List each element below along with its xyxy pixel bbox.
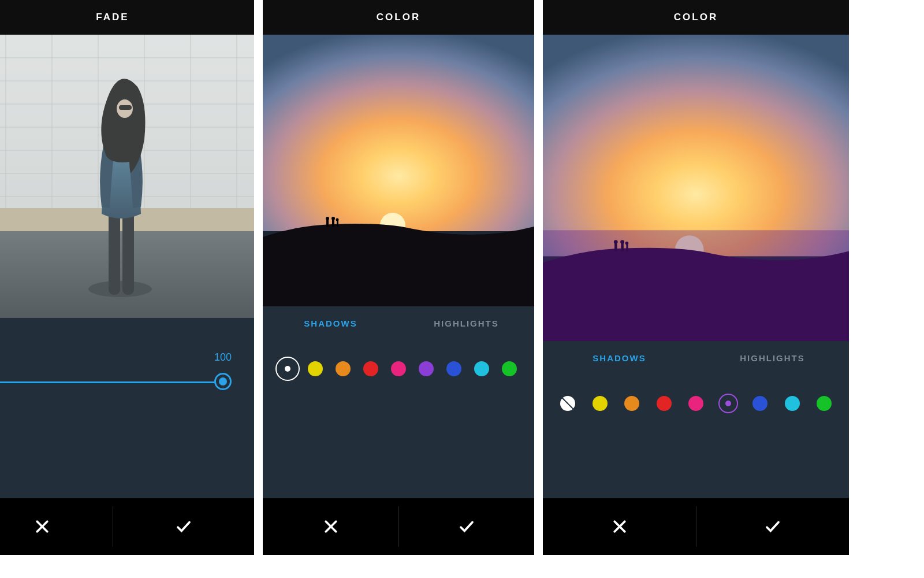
- close-icon: [33, 518, 51, 535]
- close-icon: [611, 518, 628, 535]
- color-controls: SHADOWS HIGHLIGHTS: [263, 306, 534, 498]
- fade-controls: 100: [0, 318, 254, 498]
- color-tabs: SHADOWS HIGHLIGHTS: [543, 341, 849, 375]
- swatch-none[interactable]: [280, 361, 295, 376]
- svg-rect-22: [263, 35, 534, 231]
- color-swatches: [263, 340, 534, 398]
- swatch-red[interactable]: [657, 396, 672, 411]
- svg-point-27: [331, 217, 335, 220]
- swatch-red[interactable]: [363, 361, 378, 376]
- action-bar: [543, 498, 849, 555]
- cancel-button[interactable]: [543, 498, 696, 555]
- swatch-blue[interactable]: [752, 396, 767, 411]
- svg-rect-21: [0, 35, 254, 318]
- cancel-button[interactable]: [0, 498, 113, 555]
- swatch-cyan[interactable]: [474, 361, 489, 376]
- swatch-purple[interactable]: [721, 396, 736, 411]
- svg-rect-38: [543, 230, 849, 341]
- title-text: FADE: [96, 12, 129, 23]
- swatch-green[interactable]: [817, 396, 832, 411]
- screenshot-stage: FADE: [0, 0, 924, 578]
- screen-fade: FADE: [0, 0, 254, 555]
- swatch-none[interactable]: [560, 396, 575, 411]
- tab-highlights[interactable]: HIGHLIGHTS: [696, 353, 849, 363]
- tab-shadows[interactable]: SHADOWS: [543, 353, 696, 363]
- preview-image-sunset: [263, 35, 534, 306]
- svg-rect-30: [543, 35, 849, 256]
- action-bar: [263, 498, 534, 555]
- tab-highlights[interactable]: HIGHLIGHTS: [398, 318, 534, 328]
- check-icon: [764, 518, 781, 535]
- slider-thumb[interactable]: [214, 373, 232, 390]
- action-bar: [0, 498, 254, 555]
- check-icon: [458, 518, 475, 535]
- preview-image-sunset-tinted: [543, 35, 849, 341]
- swatch-pink[interactable]: [688, 396, 703, 411]
- screen-title: FADE: [0, 0, 254, 35]
- title-text: COLOR: [377, 12, 420, 23]
- preview-image-fade: [0, 35, 254, 318]
- photo-preview: [0, 35, 254, 318]
- swatch-cyan[interactable]: [785, 396, 800, 411]
- confirm-button[interactable]: [696, 498, 849, 555]
- fade-slider[interactable]: 100: [0, 318, 254, 498]
- swatch-green[interactable]: [502, 361, 517, 376]
- swatch-yellow[interactable]: [593, 396, 608, 411]
- swatch-blue[interactable]: [446, 361, 461, 376]
- check-icon: [175, 518, 192, 535]
- screen-title: COLOR: [543, 0, 849, 35]
- slider-value-label: 100: [214, 351, 232, 364]
- swatch-orange[interactable]: [624, 396, 639, 411]
- confirm-button[interactable]: [398, 498, 534, 555]
- close-icon: [322, 518, 340, 535]
- photo-preview: [543, 35, 849, 341]
- cancel-button[interactable]: [263, 498, 398, 555]
- swatch-orange[interactable]: [336, 361, 351, 376]
- color-controls: SHADOWS HIGHLIGHTS: [543, 341, 849, 498]
- svg-rect-24: [326, 220, 329, 227]
- screen-color-purple: COLOR: [543, 0, 849, 555]
- screen-title: COLOR: [263, 0, 534, 35]
- slider-track: [0, 381, 223, 383]
- photo-preview: [263, 35, 534, 306]
- svg-rect-26: [332, 220, 334, 227]
- screen-color-none: COLOR: [263, 0, 534, 555]
- confirm-button[interactable]: [113, 498, 254, 555]
- swatch-yellow[interactable]: [308, 361, 323, 376]
- tab-shadows[interactable]: SHADOWS: [263, 318, 398, 328]
- svg-point-29: [336, 218, 339, 221]
- svg-rect-28: [337, 221, 338, 227]
- color-tabs: SHADOWS HIGHLIGHTS: [263, 306, 534, 340]
- svg-point-25: [326, 217, 329, 220]
- swatch-purple[interactable]: [419, 361, 434, 376]
- swatch-pink[interactable]: [391, 361, 406, 376]
- color-swatches: [543, 375, 849, 432]
- title-text: COLOR: [674, 12, 718, 23]
